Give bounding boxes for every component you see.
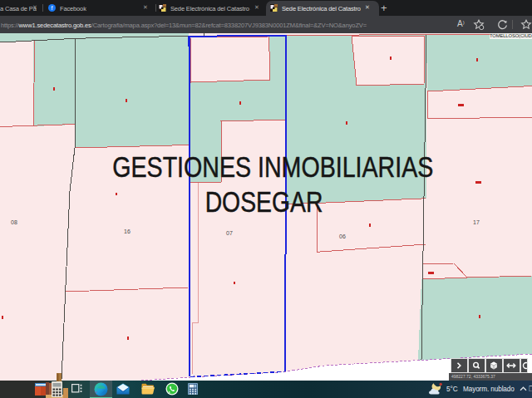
svg-text:f: f xyxy=(52,5,53,11)
svg-text:08: 08 xyxy=(11,219,17,225)
svg-text:07: 07 xyxy=(226,230,233,236)
svg-text:06: 06 xyxy=(339,233,346,239)
svg-text:17: 17 xyxy=(473,219,480,225)
svg-text:16: 16 xyxy=(124,228,131,234)
